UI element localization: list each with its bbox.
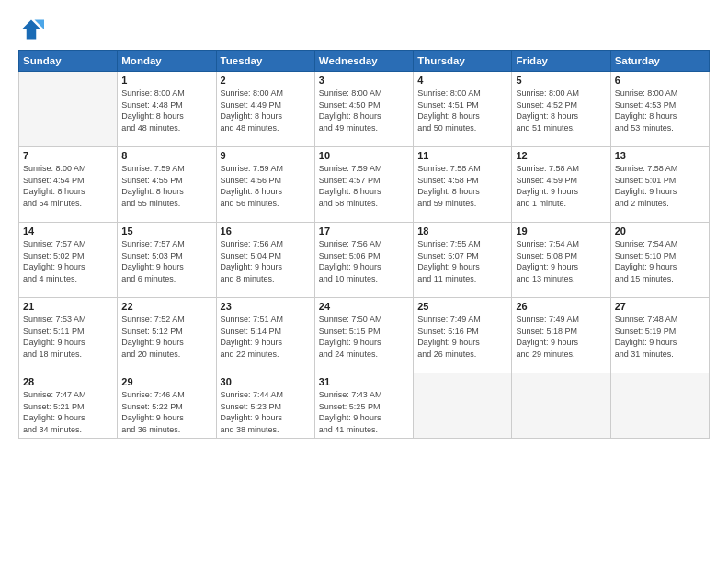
day-number: 13	[615, 150, 705, 161]
day-number: 28	[23, 376, 113, 387]
calendar-cell: 20Sunrise: 7:54 AMSunset: 5:10 PMDayligh…	[610, 223, 709, 298]
day-info: Sunrise: 7:59 AMSunset: 4:55 PMDaylight:…	[121, 163, 211, 209]
day-info: Sunrise: 8:00 AMSunset: 4:49 PMDaylight:…	[221, 87, 311, 133]
day-number: 17	[319, 225, 409, 236]
day-info: Sunrise: 7:50 AMSunset: 5:15 PMDaylight:…	[319, 314, 409, 360]
calendar-cell: 16Sunrise: 7:56 AMSunset: 5:04 PMDayligh…	[216, 223, 314, 298]
calendar-cell: 26Sunrise: 7:49 AMSunset: 5:18 PMDayligh…	[512, 298, 610, 373]
day-number: 5	[516, 75, 606, 86]
day-info: Sunrise: 7:56 AMSunset: 5:06 PMDaylight:…	[319, 238, 409, 284]
calendar-cell: 1Sunrise: 8:00 AMSunset: 4:48 PMDaylight…	[118, 72, 216, 147]
day-info: Sunrise: 7:47 AMSunset: 5:21 PMDaylight:…	[23, 389, 113, 435]
weekday-header-monday: Monday	[118, 51, 216, 72]
calendar-cell	[512, 373, 610, 439]
day-info: Sunrise: 8:00 AMSunset: 4:51 PMDaylight:…	[417, 87, 507, 133]
calendar-table: SundayMondayTuesdayWednesdayThursdayFrid…	[18, 50, 710, 439]
day-info: Sunrise: 8:00 AMSunset: 4:48 PMDaylight:…	[121, 87, 211, 133]
calendar-cell: 29Sunrise: 7:46 AMSunset: 5:22 PMDayligh…	[118, 373, 216, 439]
calendar-cell: 11Sunrise: 7:58 AMSunset: 4:58 PMDayligh…	[414, 147, 512, 223]
calendar-cell: 2Sunrise: 8:00 AMSunset: 4:49 PMDaylight…	[216, 72, 314, 147]
day-info: Sunrise: 7:52 AMSunset: 5:12 PMDaylight:…	[121, 314, 211, 360]
day-info: Sunrise: 7:58 AMSunset: 4:59 PMDaylight:…	[516, 163, 606, 209]
day-number: 1	[121, 75, 211, 86]
calendar-cell: 24Sunrise: 7:50 AMSunset: 5:15 PMDayligh…	[314, 298, 413, 373]
day-number: 15	[121, 225, 211, 236]
day-number: 29	[121, 376, 211, 387]
calendar-cell: 9Sunrise: 7:59 AMSunset: 4:56 PMDaylight…	[216, 147, 314, 223]
day-number: 11	[417, 150, 507, 161]
day-number: 31	[319, 376, 409, 387]
day-info: Sunrise: 7:43 AMSunset: 5:25 PMDaylight:…	[319, 389, 409, 435]
weekday-header-sunday: Sunday	[19, 51, 118, 72]
day-number: 4	[417, 75, 507, 86]
weekday-header-row: SundayMondayTuesdayWednesdayThursdayFrid…	[19, 51, 710, 72]
day-number: 14	[23, 225, 113, 236]
day-info: Sunrise: 7:44 AMSunset: 5:23 PMDaylight:…	[221, 389, 311, 435]
calendar-week-row: 21Sunrise: 7:53 AMSunset: 5:11 PMDayligh…	[19, 298, 710, 373]
day-info: Sunrise: 7:48 AMSunset: 5:19 PMDaylight:…	[615, 314, 705, 360]
day-number: 30	[221, 376, 311, 387]
day-number: 7	[23, 150, 113, 161]
weekday-header-wednesday: Wednesday	[314, 51, 413, 72]
day-info: Sunrise: 7:57 AMSunset: 5:02 PMDaylight:…	[23, 238, 113, 284]
day-number: 26	[516, 301, 606, 312]
day-info: Sunrise: 7:59 AMSunset: 4:57 PMDaylight:…	[319, 163, 409, 209]
day-info: Sunrise: 7:49 AMSunset: 5:18 PMDaylight:…	[516, 314, 606, 360]
calendar-cell: 27Sunrise: 7:48 AMSunset: 5:19 PMDayligh…	[610, 298, 709, 373]
calendar-cell: 7Sunrise: 8:00 AMSunset: 4:54 PMDaylight…	[19, 147, 118, 223]
calendar-week-row: 1Sunrise: 8:00 AMSunset: 4:48 PMDaylight…	[19, 72, 710, 147]
calendar-cell: 4Sunrise: 8:00 AMSunset: 4:51 PMDaylight…	[414, 72, 512, 147]
day-number: 22	[121, 301, 211, 312]
calendar-cell: 31Sunrise: 7:43 AMSunset: 5:25 PMDayligh…	[314, 373, 413, 439]
day-number: 20	[615, 225, 705, 236]
calendar-cell: 15Sunrise: 7:57 AMSunset: 5:03 PMDayligh…	[118, 223, 216, 298]
calendar-cell	[19, 72, 118, 147]
calendar-cell: 21Sunrise: 7:53 AMSunset: 5:11 PMDayligh…	[19, 298, 118, 373]
weekday-header-saturday: Saturday	[610, 51, 709, 72]
calendar-cell: 19Sunrise: 7:54 AMSunset: 5:08 PMDayligh…	[512, 223, 610, 298]
day-number: 18	[417, 225, 507, 236]
calendar-cell: 12Sunrise: 7:58 AMSunset: 4:59 PMDayligh…	[512, 147, 610, 223]
day-info: Sunrise: 7:49 AMSunset: 5:16 PMDaylight:…	[417, 314, 507, 360]
header	[18, 17, 710, 42]
day-number: 16	[221, 225, 311, 236]
calendar-cell: 17Sunrise: 7:56 AMSunset: 5:06 PMDayligh…	[314, 223, 413, 298]
logo	[18, 17, 48, 42]
day-number: 9	[221, 150, 311, 161]
calendar-cell: 23Sunrise: 7:51 AMSunset: 5:14 PMDayligh…	[216, 298, 314, 373]
day-number: 21	[23, 301, 113, 312]
day-info: Sunrise: 7:55 AMSunset: 5:07 PMDaylight:…	[417, 238, 507, 284]
day-number: 24	[319, 301, 409, 312]
day-number: 19	[516, 225, 606, 236]
calendar-week-row: 7Sunrise: 8:00 AMSunset: 4:54 PMDaylight…	[19, 147, 710, 223]
calendar-cell: 14Sunrise: 7:57 AMSunset: 5:02 PMDayligh…	[19, 223, 118, 298]
weekday-header-friday: Friday	[512, 51, 610, 72]
day-number: 8	[121, 150, 211, 161]
calendar-week-row: 28Sunrise: 7:47 AMSunset: 5:21 PMDayligh…	[19, 373, 710, 439]
day-info: Sunrise: 7:53 AMSunset: 5:11 PMDaylight:…	[23, 314, 113, 360]
weekday-header-tuesday: Tuesday	[216, 51, 314, 72]
calendar-cell: 3Sunrise: 8:00 AMSunset: 4:50 PMDaylight…	[314, 72, 413, 147]
day-number: 3	[319, 75, 409, 86]
day-info: Sunrise: 7:46 AMSunset: 5:22 PMDaylight:…	[121, 389, 211, 435]
day-info: Sunrise: 7:54 AMSunset: 5:08 PMDaylight:…	[516, 238, 606, 284]
day-number: 25	[417, 301, 507, 312]
page: SundayMondayTuesdayWednesdayThursdayFrid…	[0, 0, 728, 563]
logo-icon	[18, 17, 44, 42]
calendar-cell: 6Sunrise: 8:00 AMSunset: 4:53 PMDaylight…	[610, 72, 709, 147]
calendar-cell: 8Sunrise: 7:59 AMSunset: 4:55 PMDaylight…	[118, 147, 216, 223]
day-number: 6	[615, 75, 705, 86]
calendar-cell	[414, 373, 512, 439]
day-info: Sunrise: 8:00 AMSunset: 4:50 PMDaylight:…	[319, 87, 409, 133]
calendar-cell: 30Sunrise: 7:44 AMSunset: 5:23 PMDayligh…	[216, 373, 314, 439]
day-number: 12	[516, 150, 606, 161]
day-number: 2	[221, 75, 311, 86]
day-info: Sunrise: 8:00 AMSunset: 4:53 PMDaylight:…	[615, 87, 705, 133]
calendar-cell: 13Sunrise: 7:58 AMSunset: 5:01 PMDayligh…	[610, 147, 709, 223]
day-info: Sunrise: 7:56 AMSunset: 5:04 PMDaylight:…	[221, 238, 311, 284]
day-info: Sunrise: 8:00 AMSunset: 4:54 PMDaylight:…	[23, 163, 113, 209]
calendar-cell	[610, 373, 709, 439]
calendar-week-row: 14Sunrise: 7:57 AMSunset: 5:02 PMDayligh…	[19, 223, 710, 298]
day-info: Sunrise: 7:58 AMSunset: 4:58 PMDaylight:…	[417, 163, 507, 209]
day-info: Sunrise: 7:58 AMSunset: 5:01 PMDaylight:…	[615, 163, 705, 209]
